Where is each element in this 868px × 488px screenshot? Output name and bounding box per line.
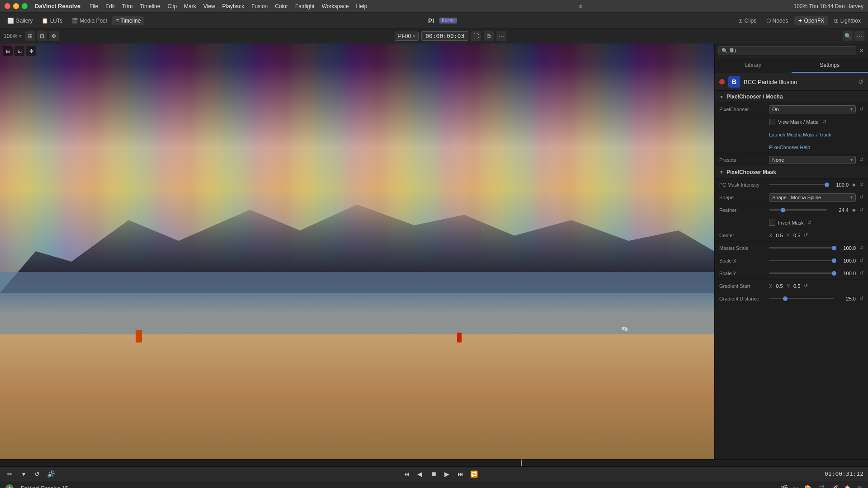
viewer-tool-more[interactable]: ⋯ (496, 31, 506, 41)
viewer-top-btn-2[interactable]: ⊡ (14, 46, 24, 56)
gradient-distance-slider[interactable] (769, 298, 834, 299)
status-color-icon[interactable]: 🎨 (804, 485, 812, 488)
fast-forward-button[interactable]: ⏭ (455, 469, 466, 479)
pixelchooser-dropdown[interactable]: On ▾ (769, 105, 856, 113)
gradient-start-y-value[interactable]: 0.5 (793, 283, 800, 289)
plugin-active-dot[interactable] (719, 79, 725, 84)
maximize-button[interactable] (22, 3, 28, 9)
gradient-start-x-value[interactable]: 0.5 (776, 283, 783, 289)
search-input[interactable] (730, 47, 853, 54)
view-mask-reset-icon[interactable]: ↺ (822, 119, 826, 125)
pixelchooser-help-link[interactable]: PixelChooser Help (769, 144, 810, 151)
menu-view[interactable]: View (203, 3, 215, 9)
gradient-distance-reset-icon[interactable]: ↺ (859, 296, 863, 301)
search-input-wrap[interactable]: 🔍 (718, 46, 856, 55)
minimize-button[interactable] (13, 3, 19, 9)
zoom-control[interactable]: 108% ▾ (4, 33, 22, 39)
toolbar-luts[interactable]: 📋 LUTs (38, 16, 66, 25)
viewer-more[interactable]: ⋯ (854, 31, 864, 41)
viewer-tool-fullscreen[interactable]: ⛶ (471, 31, 481, 41)
play-button[interactable]: ▶ (442, 469, 453, 479)
step-back-button[interactable]: ◀ (415, 469, 425, 479)
menu-mark[interactable]: Mark (184, 3, 196, 9)
master-scale-reset-icon[interactable]: ↺ (859, 245, 863, 251)
plugin-reset-icon[interactable]: ↺ (858, 78, 863, 85)
tool-pen[interactable]: ✏ (5, 469, 15, 479)
center-x-value[interactable]: 0.5 (776, 233, 783, 238)
presets-dropdown[interactable]: None ▾ (769, 156, 856, 164)
scale-x-slider[interactable] (769, 260, 834, 261)
close-button[interactable] (5, 3, 10, 9)
pc-mask-intensity-slider[interactable] (769, 184, 827, 185)
viewer-tool-overlay[interactable]: ⊡ (37, 31, 47, 41)
shape-reset-icon[interactable]: ↺ (859, 194, 863, 200)
feather-slider[interactable] (769, 209, 827, 211)
pixelchooser-reset-icon[interactable]: ↺ (859, 106, 863, 112)
tab-settings[interactable]: Settings (792, 58, 868, 73)
toolbar-lightbox[interactable]: ⊞ Lightbox (830, 16, 864, 25)
scale-y-slider[interactable] (769, 272, 834, 274)
menu-color[interactable]: Color (275, 3, 288, 9)
viewer-tool-split[interactable]: ⧉ (484, 31, 494, 41)
rewind-to-start-button[interactable]: ⏮ (401, 469, 412, 479)
viewer-tool-transform[interactable]: ✤ (49, 31, 59, 41)
status-audio-icon[interactable]: 🎵 (817, 485, 825, 488)
menu-playback[interactable]: Playback (222, 3, 245, 9)
menu-file[interactable]: File (90, 3, 98, 9)
center-y-value[interactable]: 0.5 (793, 233, 800, 238)
scrub-bar[interactable] (0, 459, 868, 466)
status-media-icon[interactable]: 🎬 (780, 485, 788, 488)
master-scale-slider[interactable] (769, 247, 834, 249)
presets-reset-icon[interactable]: ↺ (859, 157, 863, 163)
pc-mask-intensity-keyframe-icon[interactable]: ◆ (852, 182, 856, 187)
clip-selector[interactable]: PI-00 ▾ (395, 32, 419, 41)
center-reset-icon[interactable]: ↺ (804, 232, 808, 238)
viewer-search[interactable]: 🔍 (843, 31, 853, 41)
search-close-icon[interactable]: ✕ (859, 47, 864, 54)
toolbar-nodes[interactable]: ⬡ Nodes (763, 16, 792, 25)
pc-mask-intensity-reset-icon[interactable]: ↺ (859, 182, 863, 188)
feather-reset-icon[interactable]: ↺ (859, 207, 863, 213)
viewer-timecode[interactable]: 00:00:00:03 (421, 31, 468, 41)
invert-mask-checkbox[interactable] (769, 220, 775, 226)
scale-y-reset-icon[interactable]: ↺ (859, 270, 863, 276)
launch-mocha-link[interactable]: Launch Mocha Mask / Track (769, 131, 831, 138)
view-mask-checkbox[interactable] (769, 119, 775, 125)
menu-fusion[interactable]: Fusion (251, 3, 268, 9)
tab-library[interactable]: Library (715, 58, 792, 73)
gradient-start-reset-icon[interactable]: ↺ (804, 283, 808, 289)
section-pixelchooser-mocha[interactable]: ▼ PixelChooser / Mocha (715, 91, 868, 103)
menu-trim[interactable]: Trim (122, 3, 133, 9)
status-settings-icon[interactable]: ⚙ (857, 485, 863, 488)
toolbar-media-pool[interactable]: 🎬 Media Pool (68, 16, 110, 25)
menu-help[interactable]: Help (356, 3, 367, 9)
scrub-handle[interactable] (521, 460, 522, 466)
stop-button[interactable]: ⏹ (428, 469, 439, 479)
status-delivery-icon[interactable]: 🚀 (830, 485, 838, 488)
menu-clip[interactable]: Clip (167, 3, 177, 9)
scale-x-reset-icon[interactable]: ↺ (859, 258, 863, 263)
invert-mask-reset-icon[interactable]: ↺ (807, 220, 811, 225)
menu-timeline[interactable]: Timeline (140, 3, 160, 9)
toolbar-openfx[interactable]: ✦ OpenFX (794, 16, 828, 25)
tool-arrow[interactable]: ▾ (18, 469, 29, 479)
tool-undo[interactable]: ↺ (32, 469, 42, 479)
menu-workspace[interactable]: Workspace (322, 3, 349, 9)
viewer-tool-grid[interactable]: ⊞ (25, 31, 35, 41)
params-scroll[interactable]: ▼ PixelChooser / Mocha PixelChooser On ▾… (715, 91, 868, 459)
edited-badge: Edited (439, 18, 457, 23)
shape-dropdown[interactable]: Shape - Mocha Spline ▾ (769, 193, 856, 202)
status-cut-icon[interactable]: ✂ (793, 485, 799, 488)
loop-button[interactable]: 🔁 (469, 469, 480, 479)
toolbar-clips[interactable]: ⊞ Clips (735, 16, 760, 25)
toolbar-gallery[interactable]: ⬜ Gallery (4, 16, 36, 25)
viewer-top-btn-3[interactable]: ✤ (26, 46, 36, 56)
tool-audio[interactable]: 🔊 (45, 469, 56, 479)
toolbar-timeline[interactable]: ≡ Timeline (112, 16, 144, 25)
viewer-top-btn-1[interactable]: ⊞ (3, 46, 13, 56)
section-pixelchooser-mask[interactable]: ▼ PixelChooser Mask (715, 166, 868, 178)
menu-fairlight[interactable]: Fairlight (295, 3, 315, 9)
feather-keyframe-icon[interactable]: ◆ (852, 207, 856, 212)
status-home-icon[interactable]: 🏠 (844, 485, 851, 488)
menu-edit[interactable]: Edit (105, 3, 115, 9)
